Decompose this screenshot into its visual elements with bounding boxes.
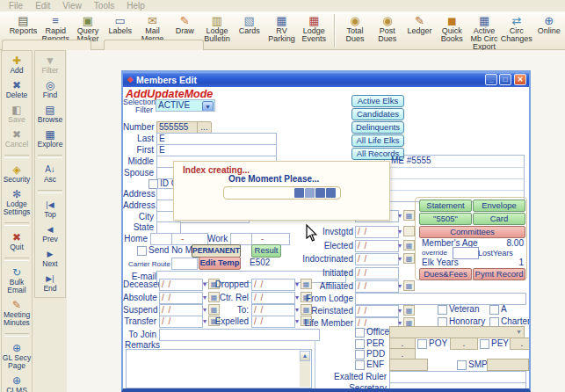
last-name-field[interactable]: E (156, 133, 277, 145)
sidebar-item-end[interactable]: ▶|End (35, 272, 65, 293)
carrier-route-field[interactable] (171, 258, 198, 270)
sidebar-item-asc[interactable]: A↓Asc (35, 163, 65, 184)
pey-field[interactable]: . (510, 338, 529, 350)
minimize-button[interactable]: _ (485, 74, 497, 85)
list-item[interactable]: ME #5555 (391, 156, 431, 166)
chevron-down-icon[interactable]: ▼ (202, 101, 214, 112)
home-phone-area-field[interactable] (150, 233, 173, 245)
veteran-checkbox[interactable] (438, 305, 447, 315)
edit-temp-button[interactable]: Edit Temp (199, 257, 241, 270)
delinquents-button[interactable]: Delinquents (351, 121, 404, 134)
send-no-mail-checkbox[interactable] (137, 246, 147, 256)
toolbar-total-dues[interactable]: ◉Total Dues (339, 12, 372, 49)
toolbar-circ-changes[interactable]: ⇄Circ Changes (500, 12, 532, 49)
pdd-checkbox[interactable] (355, 350, 365, 359)
exalted-ruler-field[interactable] (389, 371, 526, 383)
from-lodge-field[interactable] (355, 293, 526, 305)
home-phone-field[interactable]: - (171, 233, 208, 245)
sidebar-item-lodge-settings[interactable]: ✻Lodge Settings (2, 188, 32, 216)
window-titlebar[interactable]: ❖ Members Edit _ □ ✕ (123, 72, 529, 87)
sidebar-item-prev[interactable]: ◀Prev (35, 223, 65, 243)
dropped-date-field[interactable]: / / (251, 279, 295, 291)
elected-date-field[interactable]: / / (355, 240, 399, 252)
menu-file[interactable]: File (4, 1, 28, 11)
toolbar-lodge-bulletin[interactable]: ▥Lodge Bulletin (201, 12, 234, 49)
number-browse-button[interactable]: ... (197, 121, 212, 134)
toolbar-lodge-events[interactable]: ▦Lodge Events (298, 12, 330, 49)
sidebar-item-bulk-email[interactable]: ↻Bulk Email (2, 266, 32, 294)
number-field[interactable]: 555555 (156, 121, 198, 134)
sidebar-item-clms-kb-help[interactable]: ⊕CLMS KB Help (2, 374, 32, 392)
toolbar-rv-parking[interactable]: ▦RV Parking (265, 12, 298, 49)
secretary-field[interactable] (389, 382, 526, 388)
permanent-button[interactable]: PERMANENT (192, 244, 241, 258)
calendar-icon[interactable]: ▦ (403, 305, 415, 316)
enf-field[interactable] (389, 359, 428, 371)
smp-field[interactable] (487, 359, 529, 371)
calendar-icon[interactable]: ▦ (403, 280, 415, 291)
work-phone-area-field[interactable] (230, 233, 253, 245)
scroll-up-icon[interactable]: ▲ (300, 351, 310, 361)
sidebar-item-quit[interactable]: ✖Quit (2, 231, 32, 251)
poy-checkbox[interactable] (417, 339, 427, 349)
toolbar-cards[interactable]: ▧Cards (233, 12, 265, 49)
to-join-field[interactable] (159, 329, 320, 341)
committees-button[interactable]: Committees (419, 226, 525, 238)
transfer-date-field[interactable]: / / (159, 316, 203, 328)
poy-field[interactable]: . (450, 338, 478, 350)
state-field[interactable] (156, 221, 181, 234)
suspend-date-field[interactable]: / / (159, 304, 203, 316)
maximize-button[interactable]: □ (499, 74, 511, 85)
sidebar-item-explore[interactable]: ▦Explore (35, 128, 65, 149)
smp-checkbox[interactable] (457, 360, 467, 370)
officer-dropdown[interactable]: ▼ (389, 326, 525, 338)
all-life-elks-button[interactable]: All Life Elks (351, 134, 404, 147)
enf-checkbox[interactable] (355, 360, 365, 370)
initiated-date-field[interactable]: / / (355, 267, 399, 279)
menu-help[interactable]: Help (121, 1, 150, 11)
sidebar-item-next[interactable]: ▶Next (35, 248, 65, 268)
card-button[interactable]: Card (473, 213, 525, 225)
menu-view[interactable]: View (57, 1, 87, 11)
toolbar-post-dues[interactable]: ◉Post Dues (371, 12, 403, 49)
expelled-date-field[interactable]: / / (251, 316, 295, 328)
remarks-textarea[interactable]: ▲ (126, 349, 312, 388)
sidebar-item-security[interactable]: ◈Security (2, 163, 32, 184)
absolute-date-field[interactable]: / / (159, 292, 203, 304)
affiliated-date-field[interactable]: / / (355, 280, 399, 293)
to-date-field[interactable]: / / (251, 304, 295, 316)
close-button[interactable]: ✕ (514, 74, 526, 85)
invstgtd-date-field[interactable]: / / (355, 226, 399, 238)
sidebar-item-find[interactable]: ◎Find (35, 79, 65, 99)
first-name-field[interactable]: E (156, 144, 277, 156)
work-phone-field[interactable]: - (251, 233, 290, 245)
active-elks-button[interactable]: Active Elks (351, 95, 404, 107)
statement-button[interactable]: Statement (419, 200, 472, 212)
menu-tools[interactable]: Tools (89, 1, 120, 11)
a-checkbox[interactable] (489, 305, 499, 315)
scrollbar[interactable]: ▲ (300, 351, 310, 387)
5505-button[interactable]: "5505" (419, 213, 472, 225)
menu-edit[interactable]: Edit (30, 1, 55, 11)
reinstated-date-field[interactable]: / / (355, 305, 399, 317)
pymt-record-button[interactable]: Pymt Record (473, 268, 525, 280)
sidebar-item-browse[interactable]: ▤Browse (35, 104, 65, 124)
toolbar-online[interactable]: ⊕Online (532, 12, 565, 49)
calendar-icon[interactable]: ▦ (403, 210, 415, 221)
deceased-date-field[interactable]: / / (159, 279, 203, 291)
calendar-icon[interactable] (403, 226, 415, 236)
selection-filter-dropdown[interactable]: ACTIVE▼ (156, 99, 215, 112)
indoctrinated-date-field[interactable]: / / (355, 253, 399, 265)
candidates-button[interactable]: Candidates (351, 108, 404, 120)
result-button[interactable]: Result (251, 244, 281, 258)
sidebar-item-gl-secy-page[interactable]: ⊕GL Secy Page (2, 342, 32, 370)
ctr-rel-date-field[interactable]: / / (251, 292, 295, 304)
pey-checkbox[interactable] (480, 339, 489, 349)
sidebar-item-top[interactable]: |◀Top (35, 199, 65, 219)
per-checkbox[interactable] (355, 339, 365, 349)
toolbar-quick-books[interactable]: ◼Quick Books (436, 12, 468, 49)
calendar-icon[interactable]: ▦ (403, 253, 415, 264)
toolbar-ledger[interactable]: ✎Ledger (403, 12, 436, 49)
dues-fees-button[interactable]: Dues&Fees (419, 268, 472, 280)
officer-checkbox[interactable] (355, 328, 365, 338)
